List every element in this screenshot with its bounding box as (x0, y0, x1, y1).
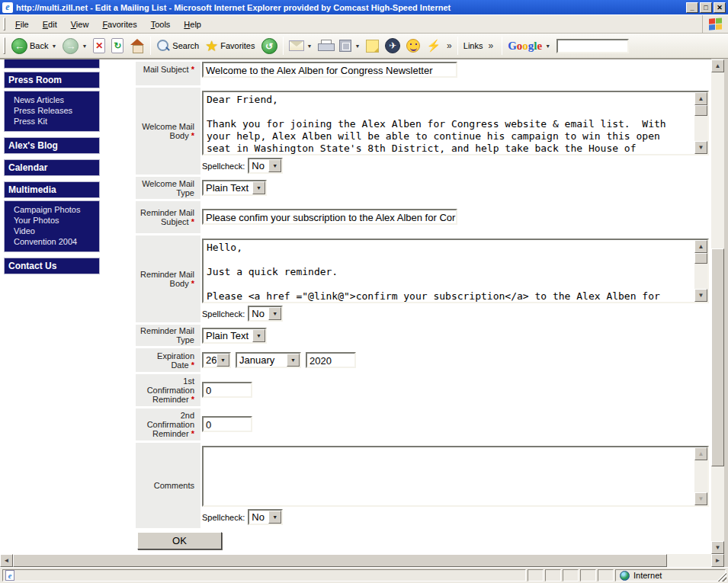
favorites-star-icon: ★ (205, 39, 218, 53)
reminder-body-spellcheck-select[interactable]: No ▼ (248, 306, 283, 322)
mail-dropdown-icon[interactable]: ▼ (307, 43, 313, 49)
sidebar-link-campaign-photos[interactable]: Campaign Photos (5, 204, 99, 215)
search-label: Search (172, 41, 199, 50)
textarea-scrollbar[interactable]: ▲ ▼ (694, 240, 707, 302)
status-pane (580, 569, 596, 581)
scroll-down-arrow[interactable]: ▼ (694, 289, 707, 302)
size-dropdown-icon[interactable]: ▼ (354, 43, 360, 49)
history-button[interactable]: ↺ (258, 37, 281, 56)
required-marker: * (191, 395, 194, 404)
google-dropdown-icon[interactable]: ▼ (545, 43, 550, 49)
links-chevron[interactable]: » (485, 40, 496, 51)
vertical-scrollbar[interactable]: ▲ ▼ (711, 59, 724, 554)
sidebar-link-your-photos[interactable]: Your Photos (5, 215, 99, 226)
aim-button[interactable]: ⚡ (423, 37, 444, 54)
reminder-mail-body-textarea[interactable]: Hello, Just a quick reminder. Please <a … (202, 239, 709, 303)
forward-dropdown-icon[interactable]: ▼ (82, 43, 87, 49)
scroll-down-arrow[interactable]: ▼ (711, 541, 724, 554)
dropdown-arrow-icon[interactable]: ▼ (268, 307, 281, 320)
yahoo-messenger-button[interactable] (403, 37, 423, 54)
menu-file[interactable]: File (8, 18, 36, 31)
stop-button[interactable]: ✕ (90, 37, 108, 55)
search-icon (156, 39, 170, 53)
expiration-day-select[interactable]: 26 ▼ (202, 352, 231, 368)
horizontal-scrollbar[interactable]: ◄ ► (0, 554, 724, 567)
mail-subject-input[interactable]: Welcome to the Alex Alben for Congress N… (202, 62, 457, 78)
sidebar-link-press-kit[interactable]: Press Kit (5, 116, 99, 127)
welcome-mail-type-label: Welcome Mail Type (136, 177, 200, 199)
second-confirmation-input[interactable]: 0 (202, 416, 252, 432)
sidebar-item-cutoff[interactable] (4, 59, 100, 69)
welcome-mail-body-textarea[interactable]: Dear Friend, Thank you for joining the A… (202, 91, 709, 155)
sidebar-link-news-articles[interactable]: News Articles (5, 94, 99, 105)
sidebar-item-alexs-blog[interactable]: Alex's Blog (4, 137, 100, 154)
forward-button[interactable]: → ▼ (59, 37, 90, 56)
comments-spellcheck-select[interactable]: No ▼ (248, 509, 283, 525)
form-row-mail-subject: Mail Subject * Welcome to the Alex Alben… (136, 62, 709, 85)
refresh-button[interactable]: ↻ (108, 37, 127, 55)
dropdown-arrow-icon[interactable]: ▼ (287, 354, 300, 367)
dropdown-arrow-icon[interactable]: ▼ (216, 354, 229, 367)
menu-help[interactable]: Help (177, 18, 208, 31)
scrollbar-thumb[interactable] (694, 253, 707, 264)
scroll-right-arrow[interactable]: ► (711, 554, 724, 567)
scroll-up-arrow[interactable]: ▲ (694, 92, 707, 105)
size-button[interactable]: ▼ (336, 38, 363, 53)
favorites-button[interactable]: ★ Favorites (202, 37, 258, 55)
close-button[interactable]: ✕ (714, 2, 726, 13)
toolbar-grip[interactable] (3, 37, 5, 54)
ok-button[interactable]: OK (137, 532, 222, 549)
scroll-up-arrow[interactable]: ▲ (694, 240, 707, 253)
back-button[interactable]: ← Back ▼ (8, 37, 59, 56)
status-pane (598, 569, 614, 581)
maximize-button[interactable]: □ (700, 2, 712, 13)
dropdown-arrow-icon[interactable]: ▼ (252, 181, 265, 194)
sidebar-item-multimedia[interactable]: Multimedia (4, 181, 100, 198)
google-search-input[interactable] (556, 39, 629, 53)
sidebar-item-contact-us[interactable]: Contact Us (4, 258, 100, 274)
toolbar-overflow-chevron[interactable]: » (444, 40, 455, 51)
mail-button[interactable]: ▼ (286, 39, 316, 53)
search-button[interactable]: Search (153, 37, 202, 54)
sidebar-item-calendar[interactable]: Calendar (4, 159, 100, 176)
home-button[interactable] (127, 37, 148, 54)
scrollbar-thumb[interactable] (694, 105, 707, 116)
comments-textarea[interactable]: ▲ ▼ (202, 446, 709, 507)
links-bar[interactable]: Links » (460, 39, 499, 53)
menu-favorites[interactable]: Favorites (95, 18, 143, 31)
sidebar-link-video[interactable]: Video (5, 226, 99, 236)
expiration-month-select[interactable]: January ▼ (236, 352, 301, 368)
sidebar-item-press-room[interactable]: Press Room (4, 72, 100, 88)
welcome-mail-type-select[interactable]: Plain Text ▼ (202, 180, 267, 196)
back-dropdown-icon[interactable]: ▼ (51, 43, 56, 49)
reminder-mail-subject-input[interactable]: Please confim your subscription to the A… (202, 209, 457, 225)
notes-button[interactable] (363, 38, 382, 54)
sidebar-link-convention-2004[interactable]: Convention 2004 (5, 236, 99, 247)
reminder-mail-type-select[interactable]: Plain Text ▼ (202, 328, 267, 344)
vertical-scrollbar-thumb[interactable] (711, 248, 724, 466)
home-icon (130, 39, 145, 53)
travel-button[interactable]: ✈ (382, 37, 403, 55)
horizontal-scrollbar-thumb[interactable] (13, 554, 667, 567)
scroll-up-arrow[interactable]: ▲ (711, 59, 724, 72)
internet-globe-icon (620, 571, 630, 581)
required-marker: * (191, 131, 194, 140)
minimize-button[interactable]: _ (686, 2, 698, 13)
sticky-note-icon (366, 40, 379, 53)
print-button[interactable] (315, 38, 336, 53)
menu-view[interactable]: View (64, 18, 96, 31)
scroll-left-arrow[interactable]: ◄ (0, 554, 13, 567)
first-confirmation-input[interactable]: 0 (202, 382, 252, 398)
menu-edit[interactable]: Edit (36, 18, 64, 31)
welcome-body-spellcheck-select[interactable]: No ▼ (248, 158, 283, 174)
expiration-year-input[interactable]: 2020 (306, 352, 356, 368)
dropdown-arrow-icon[interactable]: ▼ (268, 511, 281, 524)
textarea-scrollbar[interactable]: ▲ ▼ (694, 447, 707, 505)
scroll-down-arrow[interactable]: ▼ (694, 141, 707, 154)
dropdown-arrow-icon[interactable]: ▼ (252, 329, 265, 342)
dropdown-arrow-icon[interactable]: ▼ (268, 159, 281, 172)
menu-grip[interactable] (3, 18, 5, 30)
sidebar-link-press-releases[interactable]: Press Releases (5, 105, 99, 116)
menu-tools[interactable]: Tools (144, 18, 178, 31)
textarea-scrollbar[interactable]: ▲ ▼ (694, 92, 707, 154)
